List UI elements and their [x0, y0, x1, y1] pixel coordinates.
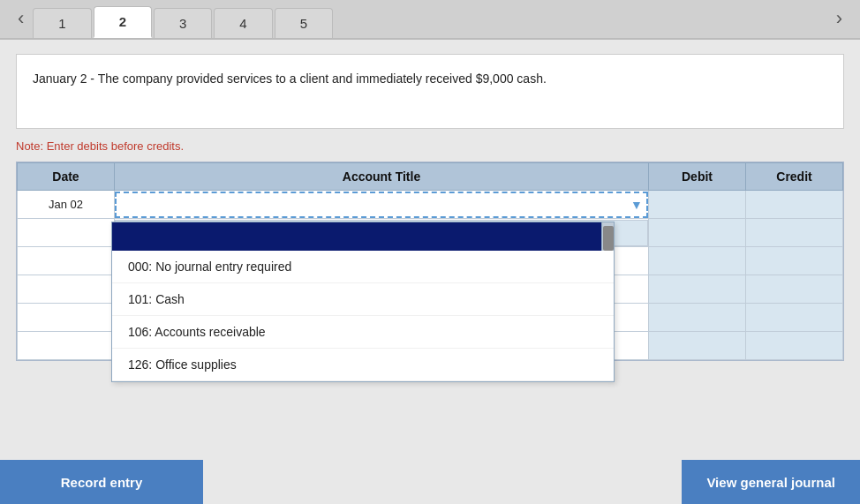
credit-cell-3[interactable]	[746, 247, 843, 275]
tab-4[interactable]: 4	[214, 8, 272, 38]
dropdown-scrollbar[interactable]	[601, 222, 614, 251]
bottom-bar: Record entry View general journal	[0, 460, 860, 504]
debit-cell-4[interactable]	[649, 275, 746, 304]
main-container: ‹ 1 2 3 4 5 › January 2 - The company pr…	[0, 0, 860, 504]
credit-cell-6[interactable]	[746, 332, 843, 360]
debit-cell-3[interactable]	[649, 247, 746, 275]
record-entry-button[interactable]: Record entry	[0, 460, 203, 504]
table-row: Jan 02 ▼	[18, 191, 843, 219]
debit-input-3[interactable]	[654, 252, 740, 270]
credit-input-6[interactable]	[751, 336, 837, 355]
credit-input-3[interactable]	[751, 252, 837, 270]
debit-input-6[interactable]	[654, 336, 740, 355]
next-arrow[interactable]: ›	[827, 0, 851, 38]
debit-cell-1[interactable]	[649, 191, 746, 219]
account-input-wrapper[interactable]: ▼	[115, 192, 648, 218]
view-general-journal-button[interactable]: View general journal	[682, 460, 860, 504]
tab-2[interactable]: 2	[94, 6, 152, 38]
date-cell-5	[18, 304, 115, 332]
debit-input-5[interactable]	[654, 308, 740, 327]
scrollbar-thumb	[603, 226, 614, 251]
header-credit: Credit	[746, 163, 843, 191]
dropdown-arrow-icon[interactable]: ▼	[627, 193, 646, 216]
note-text: Note: Enter debits before credits.	[16, 139, 844, 153]
credit-input-2[interactable]	[751, 223, 837, 242]
date-cell-6	[18, 332, 115, 360]
debit-input-1[interactable]	[654, 195, 740, 214]
tab-5[interactable]: 5	[275, 8, 333, 38]
debit-input-2[interactable]	[654, 223, 740, 242]
credit-cell-2[interactable]	[746, 219, 843, 247]
dropdown-item-126[interactable]: 126: Office supplies	[112, 349, 614, 381]
credit-cell-5[interactable]	[746, 304, 843, 332]
credit-input-1[interactable]	[751, 195, 837, 214]
header-date: Date	[18, 163, 115, 191]
date-cell-4	[18, 275, 115, 304]
credit-cell-4[interactable]	[746, 275, 843, 304]
dropdown-item-101[interactable]: 101: Cash	[112, 283, 614, 316]
account-dropdown[interactable]: 000: No journal entry required 101: Cash…	[111, 222, 615, 382]
date-cell-1: Jan 02	[18, 191, 115, 219]
scenario-text: January 2 - The company provided service…	[33, 71, 547, 86]
table-area: Date Account Title Debit Credit Jan 02	[16, 162, 844, 451]
debit-cell-5[interactable]	[649, 304, 746, 332]
debit-cell-2[interactable]	[649, 219, 746, 247]
header-account: Account Title	[115, 163, 649, 191]
account-input-1[interactable]	[117, 196, 627, 213]
credit-input-4[interactable]	[751, 280, 837, 298]
dropdown-item-000[interactable]: 000: No journal entry required	[112, 251, 614, 283]
debit-input-4[interactable]	[654, 280, 740, 298]
date-cell-3	[18, 247, 115, 275]
prev-arrow[interactable]: ‹	[9, 0, 33, 38]
content-area: January 2 - The company provided service…	[0, 40, 860, 460]
tab-3[interactable]: 3	[154, 8, 212, 38]
account-cell-1[interactable]: ▼	[115, 191, 649, 219]
dropdown-header-bar	[112, 222, 614, 251]
debit-cell-6[interactable]	[649, 332, 746, 360]
credit-input-5[interactable]	[751, 308, 837, 327]
scenario-box: January 2 - The company provided service…	[16, 54, 844, 129]
tabs-bar: ‹ 1 2 3 4 5 ›	[0, 0, 860, 40]
tab-1[interactable]: 1	[33, 8, 91, 38]
header-debit: Debit	[649, 163, 746, 191]
date-cell-2	[18, 219, 115, 247]
credit-cell-1[interactable]	[746, 191, 843, 219]
dropdown-item-106[interactable]: 106: Accounts receivable	[112, 316, 614, 349]
